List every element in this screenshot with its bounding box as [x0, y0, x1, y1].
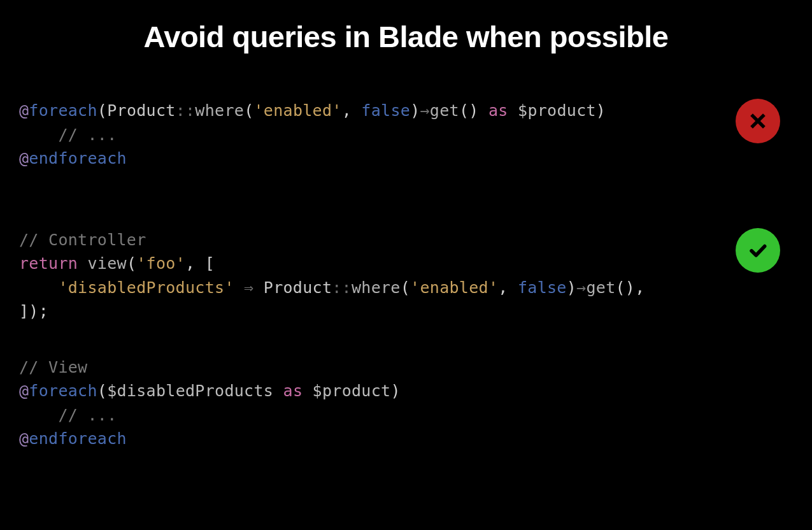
token: @ [19, 382, 29, 400]
token: get [430, 101, 459, 120]
token: // ... [58, 125, 117, 144]
token: Product [264, 278, 332, 297]
token [19, 406, 58, 424]
token: ( [97, 101, 107, 120]
token [273, 382, 283, 400]
code-bad: @foreach(Product::where('enabled', false… [19, 99, 793, 171]
code-block-good-view: // View @foreach($disabledProducts as $p… [19, 355, 793, 451]
code-block-bad: @foreach(Product::where('enabled', false… [19, 99, 793, 171]
token: () [459, 101, 488, 120]
token: endforeach [29, 149, 127, 168]
token: foreach [29, 382, 97, 400]
token [19, 125, 58, 144]
token [303, 382, 312, 400]
token: , [ [185, 254, 215, 273]
token: ) [390, 382, 400, 400]
token: foreach [29, 101, 97, 120]
token: // ... [58, 406, 117, 424]
token: (), [616, 278, 645, 297]
token: $disabledProducts [107, 382, 273, 400]
token: ⇒ [234, 278, 264, 297]
token: false [518, 278, 567, 297]
token: // Controller [19, 231, 146, 249]
token: ( [401, 278, 410, 297]
slide: Avoid queries in Blade when possible @fo… [0, 0, 812, 530]
token: ) [596, 101, 606, 120]
token: where [352, 278, 401, 297]
token: @ [19, 149, 29, 168]
token: ( [97, 382, 107, 400]
token [78, 254, 87, 273]
token: ) [410, 101, 420, 120]
token [19, 278, 58, 297]
code-block-good-controller: // Controller return view('foo', [ 'disa… [19, 228, 793, 324]
check-icon [736, 228, 780, 273]
token: get [586, 278, 615, 297]
token: as [488, 101, 508, 120]
token: 'enabled' [253, 101, 341, 120]
token: → [420, 101, 429, 120]
token: ]); [19, 302, 48, 320]
token: where [195, 101, 244, 120]
token: ( [127, 254, 136, 273]
code-controller: // Controller return view('foo', [ 'disa… [19, 228, 793, 324]
token [508, 101, 518, 120]
token: :: [176, 101, 196, 120]
cross-icon [736, 99, 780, 143]
token: $product [313, 382, 391, 400]
token: , [498, 278, 518, 297]
token: ( [244, 101, 253, 120]
token: :: [332, 278, 352, 297]
token: false [361, 101, 410, 120]
token: Product [107, 101, 175, 120]
token: 'disabledProducts' [58, 278, 234, 297]
token: return [19, 254, 78, 273]
token: @ [19, 429, 29, 448]
token: ) [567, 278, 576, 297]
token: as [283, 382, 303, 400]
token: , [342, 101, 362, 120]
token: 'enabled' [410, 278, 498, 297]
token: @ [19, 101, 29, 120]
token: 'foo' [136, 254, 185, 273]
token: $product [518, 101, 596, 120]
token: → [576, 278, 586, 297]
token: // View [19, 358, 87, 376]
code-view: // View @foreach($disabledProducts as $p… [19, 355, 793, 451]
slide-title: Avoid queries in Blade when possible [19, 19, 793, 54]
token: endforeach [29, 429, 127, 448]
token: view [87, 254, 126, 273]
